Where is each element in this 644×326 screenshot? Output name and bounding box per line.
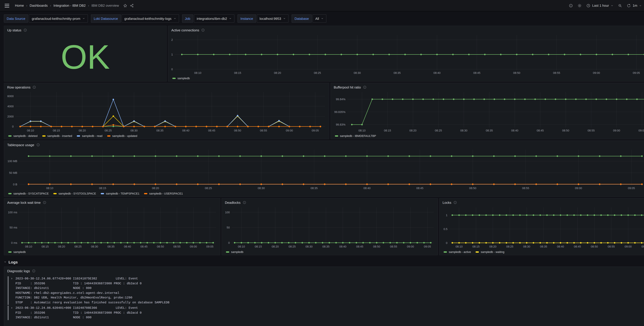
panel-title[interactable]: Row operations: [7, 85, 30, 89]
legend-item[interactable]: sampledb - IBMDEFAULTBP: [335, 134, 376, 137]
info-icon[interactable]: [32, 269, 36, 273]
legend-marker: [335, 135, 338, 137]
legend-item[interactable]: sampledb - SYSCATSPACE: [8, 192, 49, 195]
info-icon[interactable]: [363, 85, 366, 89]
gear-icon[interactable]: [578, 3, 582, 7]
info-icon[interactable]: [454, 201, 457, 204]
log-line[interactable]: STOP : Automatic reorg evaluation has fi…: [11, 300, 644, 305]
filter-value-dropdown[interactable]: grafanacloud-keithschmitty-logs: [122, 14, 179, 23]
share-icon[interactable]: [130, 3, 134, 7]
filter-value: localhost:9953: [260, 16, 281, 20]
svg-text:08:35: 08:35: [540, 245, 547, 248]
time-range-picker[interactable]: Last 1 hour: [586, 3, 613, 7]
log-expand-icon[interactable]: ›: [11, 306, 16, 311]
legend-item[interactable]: sampledb - waiting: [476, 250, 504, 253]
svg-text:08:20: 08:20: [489, 245, 496, 248]
log-line[interactable]: HOSTNAME: rhel-db2-ageorgiades.c.otel-ag…: [11, 291, 644, 295]
zoom-out-icon[interactable]: [618, 3, 622, 7]
filter-value-dropdown[interactable]: localhost:9953: [257, 14, 289, 23]
legend-item[interactable]: sampledb - read: [77, 134, 102, 137]
legend-item[interactable]: sampledb: [172, 77, 190, 80]
svg-text:09:05: 09:05: [642, 245, 644, 248]
svg-text:08:15: 08:15: [53, 129, 60, 132]
clock-icon: [586, 3, 590, 7]
filter-value-dropdown[interactable]: grafanacloud-keithschmitty-prom: [29, 14, 88, 23]
legend-item[interactable]: sampledb: [8, 250, 26, 253]
logs-section-toggle[interactable]: Logs: [4, 259, 644, 265]
legend-marker: [101, 193, 104, 194]
locks-chart[interactable]: 08:1008:1508:2008:2508:3008:3508:4008:45…: [441, 206, 644, 250]
info-icon[interactable]: [201, 28, 205, 32]
info-icon[interactable]: [43, 201, 46, 204]
chart-legend: sampledb: [168, 76, 644, 82]
log-line[interactable]: PID : 353206 TID : 140443936872000 PROC …: [11, 281, 644, 286]
filter-value-dropdown[interactable]: integrations/ibm-db2: [194, 14, 234, 23]
info-icon[interactable]: [242, 201, 246, 204]
filter-label[interactable]: Database: [292, 14, 312, 23]
legend-marker: [42, 135, 46, 137]
log-line[interactable]: ›2023-06-30-12.24.06.677420+000 I1024107…: [11, 276, 644, 281]
panel-title[interactable]: Bufferpool hit ratio: [334, 85, 361, 89]
svg-text:08:25: 08:25: [74, 245, 82, 248]
panel-title[interactable]: Locks: [442, 200, 451, 204]
svg-text:08:40: 08:40: [557, 245, 564, 248]
filter-value-dropdown[interactable]: All: [312, 14, 326, 23]
log-text: 2023-06-30-12.24.06.677420+000 I10241075…: [16, 276, 138, 281]
panel-title[interactable]: Tablespace usage: [7, 143, 34, 147]
info-icon[interactable]: [36, 143, 40, 147]
legend-item[interactable]: sampledb - inserted: [42, 134, 72, 137]
row-operations-chart[interactable]: 08:1008:1508:2008:2508:3008:3508:4008:45…: [6, 91, 327, 134]
legend-item[interactable]: sampledb: [226, 250, 243, 253]
legend-item[interactable]: sampledb - updated: [107, 134, 137, 137]
panel-title[interactable]: Active connections: [171, 28, 199, 32]
log-line[interactable]: ›2023-06-30-12.24.06.620401+000 I1024070…: [11, 306, 644, 311]
log-indent: [11, 300, 16, 305]
panel-title[interactable]: Up status: [7, 28, 22, 32]
info-circle-icon[interactable]: [569, 3, 573, 7]
svg-text:08:35: 08:35: [310, 186, 318, 190]
legend-item[interactable]: sampledb - TEMPSPACE1: [101, 192, 140, 195]
chart-legend: sampledb: [4, 250, 220, 255]
active-connections-chart[interactable]: 08:1008:1508:2008:2508:3008:3508:4008:45…: [170, 33, 644, 76]
panel-title[interactable]: Deadlocks: [225, 200, 240, 204]
log-line[interactable]: INSTANCE: db2inst1 NODE : 000: [11, 315, 644, 320]
svg-text:08:20: 08:20: [274, 71, 281, 74]
log-line[interactable]: PID : 353206 TID : 140443936872000 PROC …: [11, 311, 644, 315]
svg-text:08:30: 08:30: [91, 245, 98, 248]
info-icon[interactable]: [24, 28, 27, 32]
breadcrumb-home[interactable]: Home: [15, 3, 24, 7]
legend-item[interactable]: sampledb - deleted: [8, 134, 38, 137]
breadcrumb-dashboards[interactable]: Dashboards: [30, 3, 48, 7]
svg-text:08:30: 08:30: [523, 245, 530, 248]
tablespace-usage-chart[interactable]: 08:1008:1508:2008:2508:3008:3508:4008:45…: [6, 148, 644, 191]
filter-label[interactable]: Job: [182, 14, 193, 23]
chevron-down-icon: [283, 17, 286, 20]
average-lock-wait-time-chart[interactable]: 08:1008:1508:2008:2508:3008:3508:4008:45…: [6, 206, 218, 250]
panel-title[interactable]: Diagnostic logs: [7, 269, 30, 273]
legend-label: sampledb - USERSPACE1: [149, 192, 183, 195]
filter-label[interactable]: Loki Datasource: [91, 14, 121, 23]
bufferpool-hit-ratio-chart[interactable]: 08:1008:1508:2008:2508:3008:3508:4008:45…: [332, 91, 644, 134]
up-status-value: OK: [61, 40, 110, 74]
legend-item[interactable]: sampledb - active: [444, 250, 471, 253]
log-line[interactable]: INSTANCE: db2inst1 NODE : 000: [11, 286, 644, 291]
svg-text:100 ms: 100 ms: [8, 211, 17, 214]
panel-title[interactable]: Average lock wait time: [7, 200, 41, 204]
legend-item[interactable]: sampledb - SYSTOOLSPACE: [53, 192, 96, 195]
svg-text:08:50: 08:50: [562, 129, 569, 132]
star-icon[interactable]: [123, 3, 127, 7]
deadlocks-chart[interactable]: 08:1008:1508:2008:2508:3008:3508:4008:45…: [223, 206, 436, 250]
svg-text:0: 0: [12, 125, 14, 128]
menu-icon[interactable]: [5, 4, 9, 7]
legend-label: sampledb - read: [82, 134, 102, 137]
legend-label: sampledb - deleted: [14, 134, 38, 137]
legend-item[interactable]: sampledb - USERSPACE1: [144, 192, 183, 195]
log-line[interactable]: FUNCTION: DB2 UDB, Health Monitor, db2Hm…: [11, 295, 644, 300]
filter-label[interactable]: Data Source: [4, 14, 28, 23]
log-expand-icon[interactable]: ›: [11, 276, 16, 281]
svg-text:08:10: 08:10: [238, 245, 245, 248]
info-icon[interactable]: [32, 85, 36, 89]
filter-label[interactable]: Instance: [238, 14, 256, 23]
refresh-picker[interactable]: 1m: [627, 3, 642, 7]
breadcrumb-integration[interactable]: Integration - IBM DB2: [54, 3, 86, 7]
